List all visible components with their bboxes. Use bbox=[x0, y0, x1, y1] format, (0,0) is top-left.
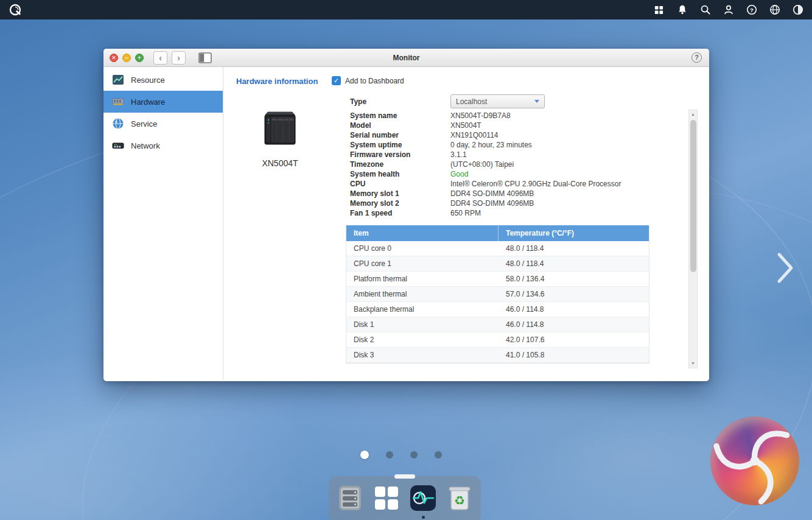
table-cell-item: Platform thermal bbox=[346, 272, 499, 286]
scroll-down-arrow[interactable]: ▼ bbox=[689, 359, 697, 368]
user-icon[interactable] bbox=[723, 4, 734, 16]
table-cell-item: Disk 3 bbox=[346, 348, 499, 362]
storage-manager-icon[interactable] bbox=[336, 484, 364, 512]
sidebar-item-network[interactable]: Network bbox=[103, 135, 223, 156]
minimize-button[interactable]: − bbox=[122, 54, 131, 62]
device-model-label: XN5004T bbox=[247, 158, 313, 168]
content-scrollbar[interactable]: ▲ ▼ bbox=[688, 110, 698, 368]
table-cell-item: Backplane thermal bbox=[346, 302, 499, 317]
field-label: Timezone bbox=[350, 160, 450, 169]
table-cell-temp: 48.0 / 118.4 bbox=[499, 256, 649, 271]
table-cell-temp: 46.0 / 114.8 bbox=[499, 317, 649, 332]
table-cell-temp: 42.0 / 107.6 bbox=[499, 332, 649, 347]
sidebar-item-label: Resource bbox=[131, 76, 165, 85]
svg-text:♻: ♻ bbox=[454, 493, 465, 508]
page-dot-3[interactable] bbox=[410, 451, 418, 459]
system-monitor-icon[interactable] bbox=[792, 4, 803, 16]
table-cell-item: CPU core 0 bbox=[346, 241, 499, 256]
desktop-brand-logo bbox=[710, 416, 799, 505]
field-value: 650 RPM bbox=[450, 209, 481, 217]
recycle-bin-icon[interactable]: ♻ bbox=[446, 484, 474, 512]
table-cell-item: Disk 1 bbox=[346, 317, 499, 332]
table-cell-temp: 58.0 / 136.4 bbox=[499, 272, 649, 286]
table-row: Disk 146.0 / 114.8 bbox=[346, 317, 649, 332]
sidebar-item-service[interactable]: Service bbox=[103, 113, 223, 135]
panel-heading: Hardware information bbox=[236, 77, 318, 86]
window-controls: ✕ − + bbox=[110, 54, 144, 62]
type-field-label: Type bbox=[350, 97, 450, 106]
search-icon[interactable] bbox=[699, 4, 711, 16]
network-switch-icon bbox=[112, 139, 124, 152]
maximize-button[interactable]: + bbox=[135, 54, 144, 62]
service-globe-icon bbox=[112, 118, 124, 130]
field-label: Model bbox=[350, 121, 450, 130]
scroll-up-arrow[interactable]: ▲ bbox=[689, 110, 697, 119]
table-header-row: Item Temperature (°C/°F) bbox=[346, 225, 649, 241]
dock: ♻ bbox=[329, 476, 481, 520]
table-cell-temp: 41.0 / 105.8 bbox=[499, 348, 649, 362]
page-dot-1[interactable] bbox=[360, 451, 369, 459]
close-button[interactable]: ✕ bbox=[110, 54, 118, 62]
help-icon[interactable]: ? bbox=[746, 4, 757, 16]
table-cell-item: Disk 2 bbox=[346, 332, 499, 347]
window-title: Monitor bbox=[103, 49, 709, 67]
page-indicator bbox=[360, 451, 442, 459]
qsan-logo-icon[interactable] bbox=[9, 3, 22, 16]
running-app-indicator bbox=[422, 516, 425, 519]
back-button[interactable]: ‹ bbox=[153, 51, 167, 65]
table-cell-item: Ambient thermal bbox=[346, 287, 499, 301]
table-cell-item: CPU core 1 bbox=[346, 256, 499, 271]
next-page-chevron[interactable] bbox=[777, 252, 794, 286]
app-center-icon[interactable] bbox=[373, 484, 401, 512]
field-value: Intel® Celeron® CPU 2.90GHz Dual-Core Pr… bbox=[450, 180, 621, 188]
sidebar-item-label: Service bbox=[131, 119, 157, 128]
sidebar-item-label: Network bbox=[131, 141, 160, 150]
table-row: Disk 242.0 / 107.6 bbox=[346, 332, 649, 348]
field-label: System name bbox=[350, 111, 450, 120]
field-label: Memory slot 2 bbox=[350, 199, 450, 208]
topbar: ? bbox=[0, 0, 812, 19]
forward-button[interactable]: › bbox=[172, 51, 186, 65]
toggle-sidebar-icon[interactable] bbox=[198, 52, 212, 63]
dock-handle[interactable] bbox=[394, 474, 415, 479]
monitor-window: ✕ − + ‹ › Monitor ? Resource bbox=[103, 49, 709, 381]
topbar-icon-group: ? bbox=[653, 4, 803, 16]
field-label: System uptime bbox=[350, 141, 450, 149]
field-value: 3.1.1 bbox=[450, 150, 467, 159]
field-value: DDR4 SO-DIMM 4096MB bbox=[450, 189, 534, 198]
sidebar-item-resource[interactable]: Resource bbox=[103, 69, 223, 91]
hardware-panel: Hardware information ✓ Add to Dashboard bbox=[223, 67, 709, 381]
apps-grid-icon[interactable] bbox=[653, 4, 665, 16]
window-titlebar[interactable]: ✕ − + ‹ › Monitor ? bbox=[103, 49, 709, 67]
field-value: XN5004T-D9B7A8 bbox=[450, 111, 511, 120]
page-dot-2[interactable] bbox=[386, 451, 393, 459]
table-cell-temp: 57.0 / 134.6 bbox=[499, 287, 649, 301]
monitor-app-icon[interactable] bbox=[409, 484, 437, 512]
device-image bbox=[260, 110, 300, 150]
sidebar-item-label: Hardware bbox=[131, 97, 165, 107]
notification-bell-icon[interactable] bbox=[676, 4, 688, 16]
scrollbar-thumb[interactable] bbox=[690, 120, 696, 272]
field-label: Fan 1 speed bbox=[350, 209, 450, 217]
checkbox-checked-icon[interactable]: ✓ bbox=[332, 76, 341, 85]
field-value: XN5004T bbox=[450, 121, 481, 130]
table-row: Ambient thermal57.0 / 134.6 bbox=[346, 287, 649, 302]
svg-text:?: ? bbox=[750, 7, 754, 13]
dropdown-selected-value: Localhost bbox=[456, 97, 487, 106]
field-label: Firmware version bbox=[350, 150, 450, 159]
system-info-fields: System nameXN5004T-D9B7A8 ModelXN5004T S… bbox=[350, 111, 621, 218]
add-to-dashboard-checkbox[interactable]: ✓ Add to Dashboard bbox=[332, 76, 404, 85]
table-row: Platform thermal58.0 / 136.4 bbox=[346, 272, 649, 287]
field-label: Serial number bbox=[350, 131, 450, 139]
window-help-icon[interactable]: ? bbox=[691, 52, 702, 63]
table-header-item: Item bbox=[346, 225, 499, 241]
language-globe-icon[interactable] bbox=[769, 4, 780, 16]
table-cell-temp: 48.0 / 118.4 bbox=[499, 241, 649, 256]
sidebar-item-hardware[interactable]: Hardware bbox=[103, 91, 223, 113]
system-health-value: Good bbox=[450, 170, 468, 178]
host-select-dropdown[interactable]: Localhost bbox=[450, 94, 545, 108]
table-row: CPU core 048.0 / 118.4 bbox=[346, 241, 649, 256]
page-dot-4[interactable] bbox=[435, 451, 442, 459]
resource-chart-icon bbox=[112, 74, 124, 86]
field-value: 0 day, 2 hour, 23 minutes bbox=[450, 141, 532, 149]
